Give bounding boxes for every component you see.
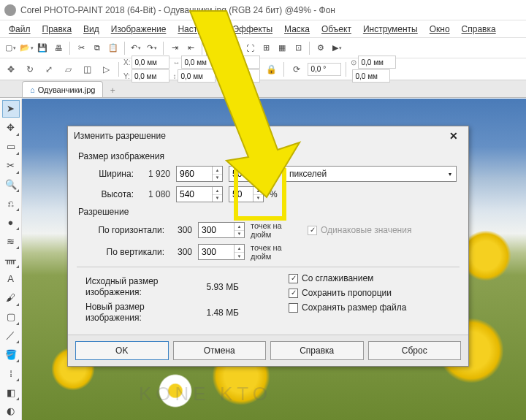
width-pct-spinbox[interactable]: ▲▼ [229,166,264,182]
paint-tool[interactable]: 🖌 [2,289,20,307]
menu-file[interactable]: Файл [3,22,37,37]
mask-transform-tool[interactable]: ✥ [2,119,20,137]
width-field[interactable]: 0,0 мм [181,56,219,69]
fill-tool[interactable]: 🪣 [2,345,20,363]
spin-down-icon[interactable]: ▼ [213,195,222,202]
menu-edit[interactable]: Правка [37,22,78,37]
spin-up-icon[interactable]: ▲ [254,187,263,195]
pick-tool-icon[interactable]: ✥ [3,61,19,77]
perspective-tool-icon[interactable]: ▷ [98,61,114,77]
spin-up-icon[interactable]: ▲ [235,223,244,231]
grid-button[interactable]: ▦ [275,41,289,56]
open-button[interactable]: 📂▾ [19,41,34,56]
zoom-tool[interactable]: 🔍 [2,176,20,194]
rotate-tool-icon[interactable]: ↻ [22,61,38,77]
pick-tool[interactable]: ➤ [2,100,20,118]
keep-filesize-checkbox[interactable]: Сохранять размер файла [289,302,406,313]
scale-x-field[interactable]: 100 % [222,56,260,69]
center-y-field[interactable]: 0,0 мм [352,69,390,83]
reset-button[interactable]: Сброс [368,341,462,360]
eyedropper-tool[interactable]: ⁞ [2,364,20,382]
spin-up-icon[interactable]: ▲ [235,245,244,253]
distort-tool-icon[interactable]: ◫ [79,61,95,77]
pos-x-field[interactable]: 0,0 мм [132,56,169,69]
menu-help[interactable]: Справка [456,22,502,37]
print-button[interactable]: 🖶 [51,41,66,56]
effect-tool[interactable]: ᚄ [2,251,20,269]
paste-button[interactable]: 📋 [106,41,121,56]
keep-ratio-checkbox[interactable]: ✓ Сохранить пропорции [289,288,406,298]
menu-object[interactable]: Объект [316,22,357,37]
shadow-tool[interactable]: ◐ [2,402,20,420]
height-spinbox[interactable]: ▲▼ [176,186,223,202]
save-button[interactable]: 💾 [35,41,50,56]
redeye-tool[interactable]: ● [2,213,20,231]
height-input[interactable] [177,187,212,202]
height-pct-input[interactable] [229,187,253,202]
res-v-input[interactable] [199,245,234,259]
help-button[interactable]: Справка [270,341,364,360]
cancel-button[interactable]: Отмена [173,341,267,360]
new-button[interactable]: ▢▾ [3,41,18,56]
antialias-checkbox[interactable]: ✓ Со сглаживанием [289,273,406,283]
add-tab-button[interactable]: + [106,84,119,97]
export-button[interactable]: ⇤ [183,41,198,56]
spin-up-icon[interactable]: ▲ [213,167,222,175]
pos-y-field[interactable]: 0,0 мм [132,69,169,83]
rulers-button[interactable]: ⊞ [259,41,273,56]
res-h-input[interactable] [199,223,234,237]
launch-button[interactable]: ▶▾ [329,41,344,56]
spin-up-icon[interactable]: ▲ [213,187,222,195]
options-button[interactable]: ⚙ [313,41,328,56]
height-field[interactable]: 0,0 мм [178,69,216,83]
import-button[interactable]: ⇥ [167,41,182,56]
rectangle-tool[interactable]: ▢ [2,308,20,326]
dialog-titlebar[interactable]: Изменить разрешение ✕ [68,126,468,145]
res-v-spinbox[interactable]: ▲▼ [198,244,245,260]
crop-tool[interactable]: ✂ [2,157,20,175]
copy-button[interactable]: ⧉ [90,41,104,56]
fullscreen-button[interactable]: ⛶ [243,41,257,56]
clone-tool[interactable]: ⎌ [2,194,20,212]
home-icon: ⌂ [30,85,35,94]
checkbox-icon: ✓ [308,226,317,235]
lock-ratio-button[interactable]: 🔒 [263,61,279,77]
width-pct-input[interactable] [229,167,253,181]
ok-button[interactable]: OK [75,341,169,360]
menu-window[interactable]: Окно [424,22,456,37]
zoom-dropdown[interactable]: 49%▾ [206,41,235,56]
angle-field[interactable]: 0,0 ° [308,63,341,76]
document-tab[interactable]: ⌂ Одуванчики.jpg [22,81,103,97]
text-tool[interactable]: A [2,270,20,288]
liquid-tool[interactable]: ≋ [2,232,20,250]
close-button[interactable]: ✕ [445,129,462,143]
eraser-tool[interactable]: ◧ [2,383,20,401]
menu-effects[interactable]: Эффекты [226,22,278,37]
menu-view[interactable]: Вид [77,22,105,37]
menu-adjust[interactable]: Настройка [172,22,226,37]
spin-down-icon[interactable]: ▼ [254,175,263,182]
center-x-field[interactable]: 0,0 мм [358,56,396,69]
skew-tool-icon[interactable]: ▱ [60,61,76,77]
spin-down-icon[interactable]: ▼ [235,231,244,238]
width-spinbox[interactable]: ▲▼ [176,166,223,182]
cut-button[interactable]: ✂ [74,41,88,56]
unit-dropdown[interactable]: пикселей▾ [284,166,457,182]
undo-button[interactable]: ↶▾ [129,41,143,56]
line-tool[interactable]: ／ [2,327,20,345]
scale-tool-icon[interactable]: ⤢ [41,61,57,77]
spin-down-icon[interactable]: ▼ [235,253,244,260]
menu-image[interactable]: Изображение [105,22,172,37]
redo-button[interactable]: ↷▾ [145,41,159,56]
menu-mask[interactable]: Маска [278,22,316,37]
spin-up-icon[interactable]: ▲ [254,167,263,175]
height-pct-spinbox[interactable]: ▲▼ [229,186,264,202]
width-input[interactable] [177,167,212,181]
scale-y-field[interactable]: 100 % [222,69,260,83]
guide-button[interactable]: ⊡ [291,41,305,56]
res-h-spinbox[interactable]: ▲▼ [198,222,245,238]
menu-tools[interactable]: Инструменты [357,22,424,37]
spin-down-icon[interactable]: ▼ [213,175,222,182]
rect-mask-tool[interactable]: ▭ [2,138,20,156]
spin-down-icon[interactable]: ▼ [254,195,263,202]
